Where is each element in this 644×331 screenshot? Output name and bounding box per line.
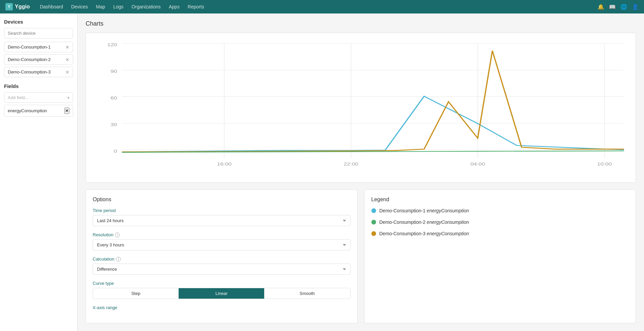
legend-item-2: Demo-Consumption-2 energyConsumption	[371, 219, 629, 225]
legend-label-3: Demo-Consumption-3 energyConsumption	[379, 231, 469, 236]
chart-svg: 0 30 60 90 120 16:00 22:00 04:00 10:00	[93, 40, 629, 175]
legend-item-1: Demo-Consumption-1 energyConsumption	[371, 208, 629, 213]
legend-label-2: Demo-Consumption-2 energyConsumption	[379, 219, 469, 225]
page-title: Charts	[86, 20, 636, 27]
time-period-label: Time period	[93, 208, 350, 213]
svg-text:04:00: 04:00	[470, 161, 485, 166]
legend-color-2	[371, 220, 376, 224]
sidebar: Devices Demo-Consumption-1 ✕ Demo-Consum…	[0, 13, 78, 331]
device-chip-label: Demo-Consumption-3	[8, 69, 51, 74]
resolution-group: Resolution i Every 3 hours	[93, 232, 350, 250]
options-title: Options	[93, 197, 350, 203]
globe-icon[interactable]: 🌐	[620, 4, 627, 10]
nav-apps[interactable]: Apps	[169, 4, 180, 9]
remove-device-1-button[interactable]: ✕	[65, 45, 69, 50]
nav-reports[interactable]: Reports	[188, 4, 204, 9]
calculation-label: Calculation i	[93, 257, 350, 262]
nav-organizations[interactable]: Organizations	[131, 4, 160, 9]
svg-text:22:00: 22:00	[344, 161, 358, 166]
device-chip-3: Demo-Consumption-3 ✕	[4, 67, 73, 77]
svg-text:0: 0	[114, 149, 117, 153]
legend-color-3	[371, 231, 376, 236]
chevron-down-icon: ▾	[67, 95, 69, 100]
search-input[interactable]	[4, 28, 73, 38]
curve-smooth-button[interactable]: Smooth	[264, 288, 350, 299]
logo-icon: Y	[5, 3, 13, 10]
resolution-info-icon[interactable]: i	[115, 233, 120, 237]
resolution-label: Resolution i	[93, 232, 350, 237]
time-period-select[interactable]: Last 24 hours	[93, 215, 350, 226]
x-axis-range-group: X-axis range	[93, 305, 350, 310]
svg-text:30: 30	[111, 122, 117, 127]
remove-device-2-button[interactable]: ✕	[65, 57, 69, 62]
user-icon[interactable]: 👤	[632, 4, 639, 10]
curve-step-button[interactable]: Step	[93, 288, 179, 299]
fields-section: Fields Add field... ▾ energyConsumption …	[4, 83, 73, 117]
calculation-info-icon[interactable]: i	[116, 257, 121, 262]
device-chip-2: Demo-Consumption-2 ✕	[4, 54, 73, 65]
calculation-group: Calculation i Difference	[93, 257, 350, 275]
curve-linear-button[interactable]: Linear	[179, 288, 264, 299]
add-field-label: Add field...	[8, 95, 28, 100]
app-logo[interactable]: Y Yggio	[5, 3, 30, 10]
curve-type-buttons: Step Linear Smooth	[93, 288, 350, 299]
add-field-dropdown[interactable]: Add field... ▾	[4, 92, 73, 103]
calculation-select[interactable]: Difference	[93, 264, 350, 275]
main-layout: Devices Demo-Consumption-1 ✕ Demo-Consum…	[0, 13, 644, 331]
bottom-row: Options Time period Last 24 hours Resolu…	[86, 189, 636, 323]
legend-item-3: Demo-Consumption-3 energyConsumption	[371, 231, 629, 236]
device-chip-label: Demo-Consumption-2	[8, 57, 51, 62]
nav-links: Dashboard Devices Map Logs Organizations…	[40, 4, 597, 9]
field-chip-label: energyConsumption	[8, 108, 47, 113]
book-icon[interactable]: 📖	[609, 4, 616, 10]
legend-label-1: Demo-Consumption-1 energyConsumption	[379, 208, 469, 213]
time-period-group: Time period Last 24 hours	[93, 208, 350, 226]
x-axis-range-label: X-axis range	[93, 305, 350, 310]
nav-map[interactable]: Map	[96, 4, 105, 9]
remove-field-1-button[interactable]: ✕	[64, 108, 69, 114]
svg-text:10:00: 10:00	[597, 161, 612, 166]
legend-panel: Legend Demo-Consumption-1 energyConsumpt…	[364, 189, 636, 323]
curve-type-label: Curve type	[93, 281, 350, 286]
curve-type-group: Curve type Step Linear Smooth	[93, 281, 350, 299]
resolution-select[interactable]: Every 3 hours	[93, 239, 350, 250]
main-content: Charts 0 30 60 90 120	[78, 13, 644, 331]
svg-text:90: 90	[111, 69, 117, 74]
remove-device-3-button[interactable]: ✕	[65, 70, 69, 74]
device-chip-label: Demo-Consumption-1	[8, 44, 51, 50]
nav-devices[interactable]: Devices	[71, 4, 88, 9]
top-navigation: Y Yggio Dashboard Devices Map Logs Organ…	[0, 0, 644, 13]
nav-icons: 🔔 📖 🌐 👤	[597, 4, 639, 10]
app-name: Yggio	[15, 4, 30, 10]
fields-title: Fields	[4, 83, 73, 89]
device-chip-1: Demo-Consumption-1 ✕	[4, 42, 73, 52]
legend-title: Legend	[371, 197, 629, 203]
legend-color-1	[371, 208, 376, 213]
svg-text:16:00: 16:00	[217, 161, 232, 166]
options-panel: Options Time period Last 24 hours Resolu…	[86, 189, 358, 323]
notification-icon[interactable]: 🔔	[597, 4, 604, 10]
nav-logs[interactable]: Logs	[113, 4, 123, 9]
chart-card: 0 30 60 90 120 16:00 22:00 04:00 10:00	[86, 33, 636, 183]
svg-text:120: 120	[107, 42, 117, 47]
field-chip-1: energyConsumption ✕	[4, 105, 73, 117]
svg-text:60: 60	[111, 95, 117, 100]
nav-dashboard[interactable]: Dashboard	[40, 4, 63, 9]
devices-section-title: Devices	[4, 19, 73, 25]
